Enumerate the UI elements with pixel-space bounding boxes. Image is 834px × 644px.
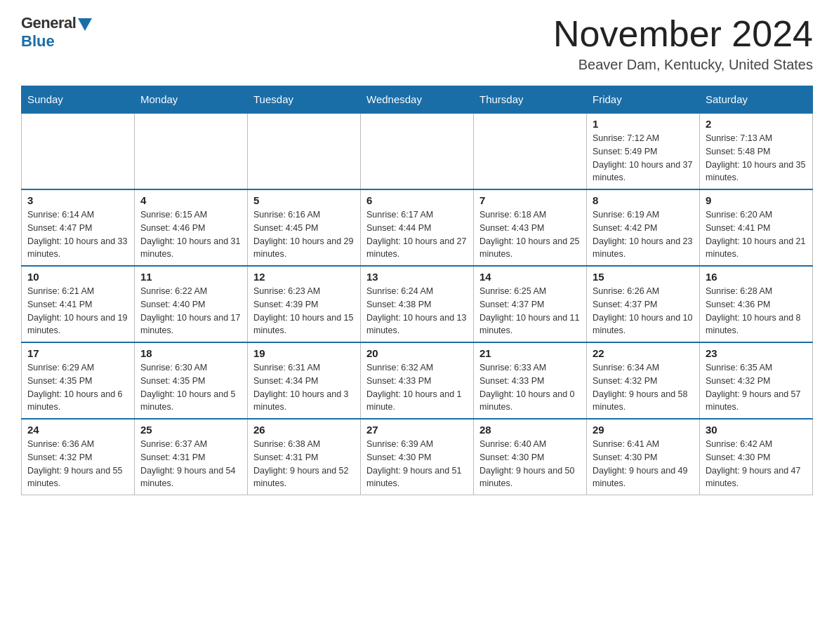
table-row: 8Sunrise: 6:19 AMSunset: 4:42 PMDaylight…	[587, 189, 700, 266]
table-row: 2Sunrise: 7:13 AMSunset: 5:48 PMDaylight…	[700, 113, 813, 189]
table-row: 29Sunrise: 6:41 AMSunset: 4:30 PMDayligh…	[587, 419, 700, 495]
table-row: 20Sunrise: 6:32 AMSunset: 4:33 PMDayligh…	[361, 342, 474, 419]
day-number: 23	[706, 347, 807, 359]
table-row: 1Sunrise: 7:12 AMSunset: 5:49 PMDaylight…	[587, 113, 700, 189]
logo-blue-text: Blue	[21, 32, 55, 51]
header-tuesday: Tuesday	[248, 86, 361, 114]
header-saturday: Saturday	[700, 86, 813, 114]
day-number: 1	[593, 118, 694, 130]
calendar-header-row: Sunday Monday Tuesday Wednesday Thursday…	[22, 86, 813, 114]
day-info: Sunrise: 6:42 AMSunset: 4:30 PMDaylight:…	[706, 438, 807, 490]
header-wednesday: Wednesday	[361, 86, 474, 114]
table-row: 12Sunrise: 6:23 AMSunset: 4:39 PMDayligh…	[248, 266, 361, 342]
header-sunday: Sunday	[22, 86, 135, 114]
table-row: 21Sunrise: 6:33 AMSunset: 4:33 PMDayligh…	[474, 342, 587, 419]
day-number: 9	[706, 194, 807, 206]
day-info: Sunrise: 6:39 AMSunset: 4:30 PMDaylight:…	[366, 438, 468, 490]
table-row: 4Sunrise: 6:15 AMSunset: 4:46 PMDaylight…	[135, 189, 248, 266]
table-row	[361, 113, 474, 189]
day-number: 28	[479, 424, 581, 436]
logo: General Blue	[21, 14, 92, 51]
table-row: 25Sunrise: 6:37 AMSunset: 4:31 PMDayligh…	[135, 419, 248, 495]
day-info: Sunrise: 6:25 AMSunset: 4:37 PMDaylight:…	[479, 285, 581, 337]
day-info: Sunrise: 6:30 AMSunset: 4:35 PMDaylight:…	[140, 361, 241, 414]
table-row: 22Sunrise: 6:34 AMSunset: 4:32 PMDayligh…	[587, 342, 700, 419]
header-monday: Monday	[135, 86, 248, 114]
day-info: Sunrise: 6:16 AMSunset: 4:45 PMDaylight:…	[253, 208, 355, 261]
table-row	[135, 113, 248, 189]
day-number: 29	[593, 424, 694, 436]
day-number: 11	[140, 271, 241, 283]
day-info: Sunrise: 6:40 AMSunset: 4:30 PMDaylight:…	[479, 438, 581, 490]
day-number: 19	[253, 347, 355, 359]
calendar-week-row: 10Sunrise: 6:21 AMSunset: 4:41 PMDayligh…	[22, 266, 813, 342]
day-number: 20	[366, 347, 468, 359]
table-row	[248, 113, 361, 189]
day-info: Sunrise: 6:38 AMSunset: 4:31 PMDaylight:…	[253, 438, 355, 490]
day-number: 8	[593, 194, 694, 206]
table-row: 24Sunrise: 6:36 AMSunset: 4:32 PMDayligh…	[22, 419, 135, 495]
calendar-week-row: 24Sunrise: 6:36 AMSunset: 4:32 PMDayligh…	[22, 419, 813, 495]
calendar-table: Sunday Monday Tuesday Wednesday Thursday…	[21, 86, 813, 495]
table-row: 3Sunrise: 6:14 AMSunset: 4:47 PMDaylight…	[22, 189, 135, 266]
table-row: 23Sunrise: 6:35 AMSunset: 4:32 PMDayligh…	[700, 342, 813, 419]
day-info: Sunrise: 6:22 AMSunset: 4:40 PMDaylight:…	[140, 285, 241, 337]
table-row: 18Sunrise: 6:30 AMSunset: 4:35 PMDayligh…	[135, 342, 248, 419]
logo-general-text: General	[21, 14, 76, 32]
day-info: Sunrise: 6:31 AMSunset: 4:34 PMDaylight:…	[253, 361, 355, 414]
day-number: 30	[706, 424, 807, 436]
table-row: 11Sunrise: 6:22 AMSunset: 4:40 PMDayligh…	[135, 266, 248, 342]
table-row: 7Sunrise: 6:18 AMSunset: 4:43 PMDaylight…	[474, 189, 587, 266]
day-info: Sunrise: 6:21 AMSunset: 4:41 PMDaylight:…	[27, 285, 128, 337]
day-number: 15	[593, 271, 694, 283]
table-row: 27Sunrise: 6:39 AMSunset: 4:30 PMDayligh…	[361, 419, 474, 495]
calendar-week-row: 17Sunrise: 6:29 AMSunset: 4:35 PMDayligh…	[22, 342, 813, 419]
table-row: 14Sunrise: 6:25 AMSunset: 4:37 PMDayligh…	[474, 266, 587, 342]
day-number: 27	[366, 424, 468, 436]
day-info: Sunrise: 6:28 AMSunset: 4:36 PMDaylight:…	[706, 285, 807, 337]
day-number: 17	[27, 347, 128, 359]
calendar-week-row: 1Sunrise: 7:12 AMSunset: 5:49 PMDaylight…	[22, 113, 813, 189]
day-info: Sunrise: 6:35 AMSunset: 4:32 PMDaylight:…	[706, 361, 807, 414]
header-friday: Friday	[587, 86, 700, 114]
table-row: 13Sunrise: 6:24 AMSunset: 4:38 PMDayligh…	[361, 266, 474, 342]
day-number: 10	[27, 271, 128, 283]
table-row: 15Sunrise: 6:26 AMSunset: 4:37 PMDayligh…	[587, 266, 700, 342]
day-info: Sunrise: 6:14 AMSunset: 4:47 PMDaylight:…	[27, 208, 128, 261]
day-info: Sunrise: 6:24 AMSunset: 4:38 PMDaylight:…	[366, 285, 468, 337]
day-info: Sunrise: 6:32 AMSunset: 4:33 PMDaylight:…	[366, 361, 468, 414]
day-info: Sunrise: 6:29 AMSunset: 4:35 PMDaylight:…	[27, 361, 128, 414]
day-number: 26	[253, 424, 355, 436]
day-number: 18	[140, 347, 241, 359]
day-info: Sunrise: 7:13 AMSunset: 5:48 PMDaylight:…	[706, 132, 807, 185]
day-number: 2	[706, 118, 807, 130]
calendar-week-row: 3Sunrise: 6:14 AMSunset: 4:47 PMDaylight…	[22, 189, 813, 266]
day-info: Sunrise: 6:23 AMSunset: 4:39 PMDaylight:…	[253, 285, 355, 337]
day-number: 13	[366, 271, 468, 283]
day-number: 14	[479, 271, 581, 283]
table-row: 10Sunrise: 6:21 AMSunset: 4:41 PMDayligh…	[22, 266, 135, 342]
table-row: 26Sunrise: 6:38 AMSunset: 4:31 PMDayligh…	[248, 419, 361, 495]
table-row: 19Sunrise: 6:31 AMSunset: 4:34 PMDayligh…	[248, 342, 361, 419]
day-info: Sunrise: 6:34 AMSunset: 4:32 PMDaylight:…	[593, 361, 694, 414]
day-number: 25	[140, 424, 241, 436]
logo-triangle-icon	[78, 18, 92, 31]
day-number: 22	[593, 347, 694, 359]
location-title: Beaver Dam, Kentucky, United States	[553, 57, 813, 73]
day-info: Sunrise: 6:15 AMSunset: 4:46 PMDaylight:…	[140, 208, 241, 261]
day-number: 5	[253, 194, 355, 206]
day-info: Sunrise: 6:37 AMSunset: 4:31 PMDaylight:…	[140, 438, 241, 490]
table-row: 17Sunrise: 6:29 AMSunset: 4:35 PMDayligh…	[22, 342, 135, 419]
day-info: Sunrise: 6:36 AMSunset: 4:32 PMDaylight:…	[27, 438, 128, 490]
day-number: 24	[27, 424, 128, 436]
month-title: November 2024	[553, 14, 813, 54]
day-info: Sunrise: 6:26 AMSunset: 4:37 PMDaylight:…	[593, 285, 694, 337]
table-row	[22, 113, 135, 189]
day-number: 7	[479, 194, 581, 206]
table-row: 6Sunrise: 6:17 AMSunset: 4:44 PMDaylight…	[361, 189, 474, 266]
table-row: 9Sunrise: 6:20 AMSunset: 4:41 PMDaylight…	[700, 189, 813, 266]
table-row	[474, 113, 587, 189]
day-info: Sunrise: 6:33 AMSunset: 4:33 PMDaylight:…	[479, 361, 581, 414]
table-row: 30Sunrise: 6:42 AMSunset: 4:30 PMDayligh…	[700, 419, 813, 495]
day-number: 6	[366, 194, 468, 206]
